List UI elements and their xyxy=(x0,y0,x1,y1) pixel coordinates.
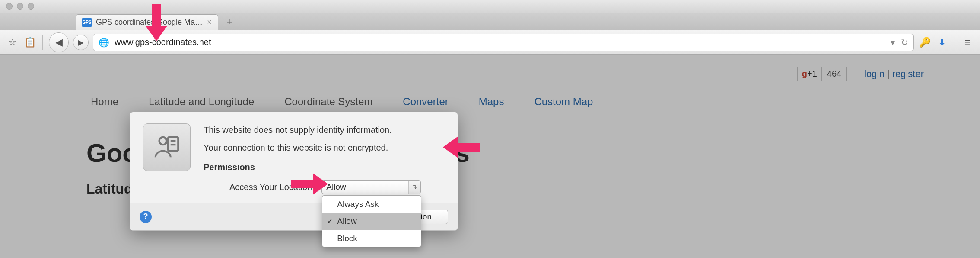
svg-marker-3 xyxy=(443,136,480,158)
traffic-zoom[interactable] xyxy=(28,3,34,10)
traffic-close[interactable] xyxy=(6,3,13,10)
identity-line1: This website does not supply identity in… xyxy=(204,123,421,137)
svg-marker-4 xyxy=(291,173,328,195)
bookmark-star-icon[interactable]: ☆ xyxy=(6,36,19,49)
favicon-icon: GPS xyxy=(82,18,92,27)
annotation-arrow-left xyxy=(441,134,480,160)
reload-icon[interactable]: ↻ xyxy=(901,37,908,48)
forward-button[interactable]: ▶ xyxy=(73,35,89,50)
help-icon[interactable]: ? xyxy=(140,211,152,223)
reading-list-icon[interactable]: 📋 xyxy=(23,36,36,49)
new-tab-button[interactable]: + xyxy=(222,16,237,29)
saved-logins-icon[interactable]: 🔑 xyxy=(918,36,931,49)
close-tab-icon[interactable]: × xyxy=(207,18,212,27)
downloads-icon[interactable]: ⬇ xyxy=(935,36,948,49)
identity-line2: Your connection to this website is not e… xyxy=(204,141,421,155)
page-viewport: g+1 464 login | register Home Latitude a… xyxy=(0,55,980,258)
location-permission-select[interactable]: Allow ⇅ Always Ask Allow Block xyxy=(321,180,421,194)
hamburger-menu-icon[interactable]: ≡ xyxy=(961,36,974,49)
option-allow[interactable]: Allow xyxy=(322,213,421,229)
back-button[interactable]: ◀ xyxy=(49,32,69,52)
traffic-minimize[interactable] xyxy=(17,3,23,10)
svg-marker-2 xyxy=(146,4,167,41)
annotation-arrow-right xyxy=(291,171,330,197)
address-bar[interactable]: 🌐 www.gps-coordinates.net ▾ ↻ xyxy=(93,34,914,51)
site-identity-icon[interactable]: 🌐 xyxy=(99,37,109,48)
option-always-ask[interactable]: Always Ask xyxy=(322,196,421,213)
separator xyxy=(955,35,955,50)
svg-point-0 xyxy=(159,137,167,145)
select-chevron-icon: ⇅ xyxy=(408,181,420,194)
identity-passport-icon xyxy=(143,123,191,171)
permission-dropdown: Always Ask Allow Block xyxy=(322,195,421,247)
annotation-arrow-down xyxy=(143,4,169,43)
option-block[interactable]: Block xyxy=(322,230,421,247)
history-dropdown-icon[interactable]: ▾ xyxy=(891,37,895,48)
separator xyxy=(42,35,43,50)
